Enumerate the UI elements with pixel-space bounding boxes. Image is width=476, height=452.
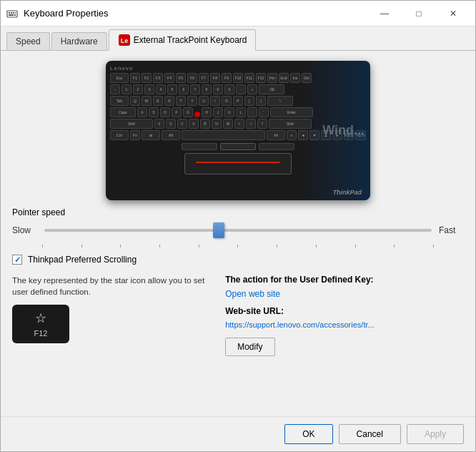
f12-key: ☆ F12	[12, 305, 69, 343]
tick	[355, 245, 356, 247]
keyboard-brand: Lenovo	[110, 65, 133, 72]
url-value: https://support.lenovo.com/accessories/t…	[225, 320, 464, 329]
tab-speed[interactable]: Speed	[6, 32, 50, 50]
trackpoint-btn-mid	[220, 143, 256, 150]
tick	[237, 245, 238, 247]
scrolling-checkbox-row[interactable]: ✓ Thinkpad Preferred Scrolling	[12, 255, 464, 265]
window-title: Keyboard Properties	[24, 8, 368, 19]
tick	[159, 245, 160, 247]
touchpad	[184, 153, 292, 175]
url-label: Web-site URL:	[225, 306, 464, 316]
ok-button[interactable]: OK	[284, 424, 332, 444]
tick	[316, 245, 317, 247]
slow-label: Slow	[12, 225, 37, 235]
svg-rect-1	[9, 12, 10, 14]
speed-slider[interactable]	[44, 222, 432, 239]
title-bar: Keyboard Properties — □ ✕	[1, 1, 475, 26]
svg-text:Le: Le	[120, 37, 128, 44]
svg-rect-2	[11, 12, 12, 14]
close-button[interactable]: ✕	[437, 3, 470, 24]
keyboard-properties-window: Keyboard Properties — □ ✕ Speed Hardware…	[0, 0, 476, 452]
apply-button[interactable]: Apply	[407, 424, 464, 444]
esc-key: Esc	[110, 73, 129, 83]
trackpoint-nub	[194, 112, 200, 117]
window-controls: — □ ✕	[368, 3, 470, 24]
bottom-section: The key represented by the star icon all…	[12, 275, 464, 356]
tick	[394, 245, 395, 247]
tick	[81, 245, 82, 247]
pointer-speed-label: Pointer speed	[12, 207, 464, 217]
scrolling-label: Thinkpad Preferred Scrolling	[28, 255, 137, 265]
svg-rect-0	[7, 11, 17, 17]
lenovo-icon: Le	[118, 34, 131, 46]
slider-track	[44, 229, 432, 232]
scrolling-checkbox[interactable]: ✓	[12, 255, 22, 265]
star-icon: ☆	[35, 310, 46, 326]
tick	[433, 245, 434, 247]
slider-thumb[interactable]	[213, 222, 224, 238]
cancel-button[interactable]: Cancel	[339, 424, 401, 444]
action-value: Open web site	[225, 289, 464, 299]
pointer-speed-section: Pointer speed Slow Fast	[12, 207, 464, 247]
keyboard-icon	[6, 8, 18, 19]
keyboard-image: Lenovo Esc F1 F2 F3 F4 F5 F6 F7 F8 F9 F1…	[106, 61, 370, 200]
windows-hint: Wind...	[299, 61, 370, 200]
action-label: The action for the User Defined Key:	[225, 275, 464, 285]
trackpoint-btn-right	[259, 143, 294, 150]
tab-external[interactable]: Le External TrackPoint Keyboard	[109, 29, 257, 51]
star-info-text: The key represented by the star icon all…	[12, 275, 211, 298]
touchpad-line	[196, 162, 280, 163]
svg-rect-6	[14, 14, 16, 16]
f12-label: F12	[34, 329, 48, 338]
tick	[120, 245, 121, 247]
tick	[277, 245, 277, 247]
tab-bar: Speed Hardware Le External TrackPoint Ke…	[1, 26, 475, 51]
thinkpad-brand: ThinkPad	[332, 189, 362, 196]
checkbox-checkmark: ✓	[14, 255, 21, 265]
svg-rect-5	[9, 14, 14, 16]
main-content: Lenovo Esc F1 F2 F3 F4 F5 F6 F7 F8 F9 F1…	[1, 51, 475, 416]
tab-hardware[interactable]: Hardware	[51, 32, 107, 50]
svg-rect-3	[13, 12, 14, 14]
tick	[42, 245, 43, 247]
footer: OK Cancel Apply	[1, 416, 475, 451]
trackpoint-btn-left	[182, 143, 217, 150]
slider-row: Slow Fast	[12, 222, 464, 239]
tick	[199, 245, 199, 247]
left-info: The key represented by the star icon all…	[12, 275, 211, 356]
fast-label: Fast	[439, 225, 464, 235]
svg-rect-4	[15, 12, 16, 14]
minimize-button[interactable]: —	[368, 3, 401, 24]
right-info: The action for the User Defined Key: Ope…	[225, 275, 464, 356]
modify-button[interactable]: Modify	[225, 338, 274, 356]
maximize-button[interactable]: □	[402, 3, 435, 24]
